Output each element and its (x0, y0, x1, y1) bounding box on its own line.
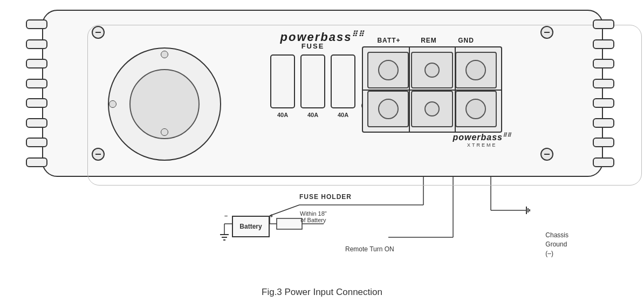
fin-right-8 (593, 157, 614, 167)
wiring-area: Battery – + FUSE HOLDER Within 18" of Ba… (0, 183, 644, 280)
brand-bottom-name: powerbass⠿⠿ (453, 132, 511, 142)
gnd-label: GND (447, 37, 485, 44)
brand-bottom-dots: ⠿⠿ (503, 132, 511, 138)
heatsink-left (22, 10, 51, 177)
terminal-circle-gnd-bot (465, 99, 486, 119)
fig-caption: Fig.3 Power Input Connection (262, 287, 382, 298)
terminal-gnd-top (455, 52, 497, 88)
fin-right-3 (593, 59, 614, 68)
terminal-batt-top (367, 52, 409, 88)
fin-right-6 (593, 118, 614, 128)
brand-bottom-sub: XTREME (453, 142, 511, 148)
terminal-circle-rem-top (424, 63, 440, 78)
woofer-screw-bottom (161, 128, 168, 136)
terminal-rem-top (411, 52, 453, 88)
batt-label: BATT+ (367, 37, 410, 44)
fin-right-5 (593, 98, 614, 108)
fuse-section: FUSE 40A 40A 40A (256, 42, 369, 118)
woofer-screw-left (109, 100, 117, 108)
fuse-rating-3: 40A (331, 112, 355, 118)
fuse-rating-2: 40A (300, 112, 325, 118)
fin-left-2 (26, 39, 47, 49)
fin-right-7 (593, 138, 614, 147)
diagram-container: powerbass⠿⠿ FUSE 40A 40A 40A (0, 0, 644, 302)
connector-block (362, 46, 502, 133)
batt-plus-label: + (270, 212, 273, 219)
fuse-rating-1: 40A (270, 112, 295, 118)
chassis-line2: Ground (545, 240, 568, 249)
fin-left-1 (26, 19, 47, 29)
fuse-holders (256, 54, 369, 108)
fuse-holder-2 (300, 54, 325, 108)
fin-left-5 (26, 98, 47, 108)
screw-bottom-left (92, 148, 105, 161)
fuse-holder-3 (331, 54, 355, 108)
chassis-line3: (–) (545, 249, 568, 258)
screw-top-right (540, 26, 553, 39)
fin-right-1 (593, 19, 614, 29)
within-line1: Within 18" (300, 210, 327, 217)
fin-right-2 (593, 39, 614, 49)
terminal-circle-batt-bot (378, 99, 399, 119)
divider-h (363, 90, 501, 91)
amplifier-body: powerbass⠿⠿ FUSE 40A 40A 40A (42, 10, 603, 177)
fuse-holder-1 (270, 54, 295, 108)
terminal-rem-bot (411, 91, 453, 127)
fuse-ratings: 40A 40A 40A (256, 112, 369, 118)
fuse-holder-label: FUSE HOLDER (299, 193, 352, 201)
fin-right-4 (593, 79, 614, 88)
screw-bottom-right (540, 148, 553, 161)
fin-left-4 (26, 79, 47, 88)
batt-minus-label: – (224, 212, 228, 219)
chassis-ground-label: Chassis Ground (–) (545, 231, 568, 258)
screw-top-left (92, 26, 105, 39)
fuse-label: FUSE (256, 42, 369, 50)
terminal-gnd-bot (455, 91, 497, 127)
fin-left-8 (26, 157, 47, 167)
terminal-circle-gnd-top (465, 60, 486, 80)
within-line2: of Battery (300, 217, 327, 223)
power-section: BATT+ REM GND (362, 37, 518, 133)
rem-label: REM (410, 37, 447, 44)
fin-left-7 (26, 138, 47, 147)
woofer (108, 47, 221, 161)
woofer-screw-top (161, 51, 168, 58)
chassis-line1: Chassis (545, 231, 568, 240)
terminal-batt-bot (367, 91, 409, 127)
heatsink-right (593, 10, 622, 177)
brand-bottom-right: powerbass⠿⠿ XTREME (453, 132, 511, 148)
battery-box: Battery (232, 216, 270, 237)
terminal-circle-batt-top (378, 60, 399, 80)
fin-left-3 (26, 59, 47, 68)
power-labels: BATT+ REM GND (367, 37, 518, 44)
battery-label: Battery (239, 223, 262, 230)
terminal-circle-rem-bot (424, 101, 440, 116)
within-label: Within 18" of Battery (300, 210, 327, 223)
remote-turn-on-label: Remote Turn ON (345, 245, 394, 253)
fin-left-6 (26, 118, 47, 128)
